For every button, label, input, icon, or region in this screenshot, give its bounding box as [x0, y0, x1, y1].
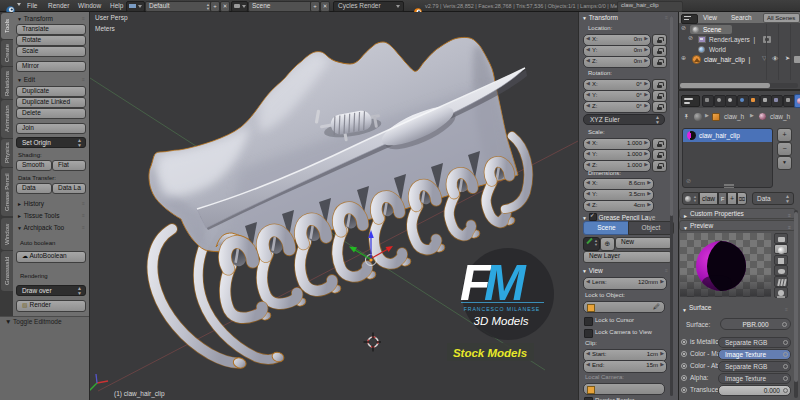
- svg-text:Meters: Meters: [95, 25, 116, 32]
- svg-text:3D Models: 3D Models: [474, 315, 529, 327]
- svg-text:(1) claw_hair_clip: (1) claw_hair_clip: [114, 390, 165, 398]
- svg-text:FRANCESCO MILANESE: FRANCESCO MILANESE: [464, 306, 540, 312]
- svg-text:User Persp: User Persp: [95, 14, 128, 22]
- svg-text:Stock Models: Stock Models: [453, 347, 527, 359]
